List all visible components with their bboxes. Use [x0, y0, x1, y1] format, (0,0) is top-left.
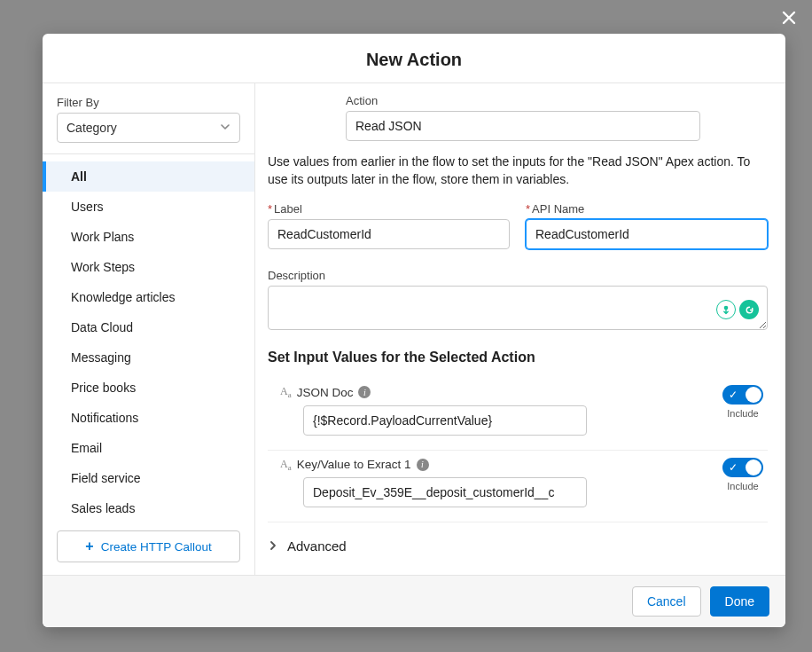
- modal-body: Filter By Category All Users Work Plans …: [43, 83, 785, 575]
- cancel-button[interactable]: Cancel: [632, 586, 701, 617]
- text-type-icon: Aa: [280, 385, 292, 399]
- api-name-field: *API Name: [526, 202, 768, 249]
- key-value-input[interactable]: [303, 477, 587, 507]
- grammarly-icon[interactable]: [739, 300, 759, 319]
- modal-footer: Cancel Done: [43, 575, 785, 627]
- include-toggle-key-value[interactable]: ✓: [722, 458, 763, 477]
- sidebar-item-field-service[interactable]: Field service: [43, 463, 254, 493]
- json-doc-input[interactable]: [303, 405, 587, 436]
- modal-title: New Action: [43, 50, 785, 70]
- input-name-key-value: Key/Value to Exract 1: [297, 458, 411, 471]
- sidebar-item-notifications[interactable]: Notifications: [43, 403, 254, 433]
- sidebar-item-work-plans[interactable]: Work Plans: [43, 222, 254, 252]
- svg-point-0: [724, 306, 729, 310]
- set-input-values-title: Set Input Values for the Selected Action: [268, 350, 768, 365]
- api-name-label: *API Name: [526, 202, 768, 216]
- sidebar: Filter By Category All Users Work Plans …: [43, 83, 255, 575]
- label-apiname-row: *Label *API Name: [268, 202, 768, 260]
- close-icon[interactable]: [780, 9, 798, 30]
- sidebar-item-work-steps[interactable]: Work Steps: [43, 252, 254, 282]
- text-type-icon: Aa: [280, 458, 292, 472]
- api-name-input[interactable]: [526, 219, 768, 249]
- input-row-json-doc: Aa JSON Doc i ✓ Include: [268, 378, 768, 450]
- include-toggle-json-doc[interactable]: ✓: [722, 385, 763, 405]
- input-name-json-doc: JSON Doc: [297, 386, 354, 399]
- filter-by-label: Filter By: [57, 96, 240, 109]
- filter-section: Filter By Category: [43, 83, 254, 153]
- action-input[interactable]: [346, 111, 700, 141]
- description-field: Description: [268, 269, 768, 334]
- filter-category-value: Category: [66, 121, 117, 135]
- create-http-callout-button[interactable]: + Create HTTP Callout: [57, 530, 240, 562]
- sidebar-category-list: All Users Work Plans Work Steps Knowledg…: [43, 153, 254, 518]
- label-field: *Label: [268, 202, 510, 249]
- sidebar-item-users[interactable]: Users: [43, 192, 254, 222]
- plus-icon: +: [85, 538, 93, 554]
- advanced-label: Advanced: [287, 538, 347, 554]
- sidebar-item-all[interactable]: All: [43, 161, 254, 192]
- include-label: Include: [727, 408, 758, 419]
- action-field: Action: [346, 94, 700, 141]
- sidebar-item-data-cloud[interactable]: Data Cloud: [43, 312, 254, 342]
- description-helper-icons: [716, 300, 759, 319]
- done-button[interactable]: Done: [710, 586, 769, 617]
- sidebar-item-email[interactable]: Email: [43, 433, 254, 463]
- grammarly-suggestion-icon[interactable]: [716, 300, 736, 319]
- filter-category-select[interactable]: Category: [57, 113, 240, 143]
- input-row-key-value: Aa Key/Value to Exract 1 i ✓ Include: [268, 451, 768, 522]
- chevron-down-icon: [220, 121, 230, 135]
- help-text: Use values from earlier in the flow to s…: [268, 153, 768, 188]
- label-input[interactable]: [268, 219, 510, 249]
- sidebar-item-knowledge-articles[interactable]: Knowledge articles: [43, 282, 254, 312]
- info-icon[interactable]: i: [417, 459, 429, 471]
- sidebar-item-sales-leads[interactable]: Sales leads: [43, 493, 254, 518]
- new-action-modal: New Action Filter By Category All Users …: [43, 34, 785, 627]
- label-label: *Label: [268, 202, 510, 216]
- include-label: Include: [727, 481, 758, 491]
- description-input[interactable]: [268, 286, 768, 330]
- sidebar-footer: + Create HTTP Callout: [43, 518, 254, 575]
- sidebar-item-messaging[interactable]: Messaging: [43, 342, 254, 373]
- info-icon[interactable]: i: [358, 386, 371, 398]
- create-http-callout-label: Create HTTP Callout: [101, 540, 212, 554]
- sidebar-item-price-books[interactable]: Price books: [43, 373, 254, 403]
- main-panel: Action Use values from earlier in the fl…: [255, 83, 785, 575]
- chevron-right-icon: [268, 538, 278, 554]
- description-label: Description: [268, 269, 768, 282]
- action-label: Action: [346, 94, 700, 107]
- modal-header: New Action: [43, 34, 785, 83]
- advanced-section-toggle[interactable]: Advanced: [268, 538, 768, 554]
